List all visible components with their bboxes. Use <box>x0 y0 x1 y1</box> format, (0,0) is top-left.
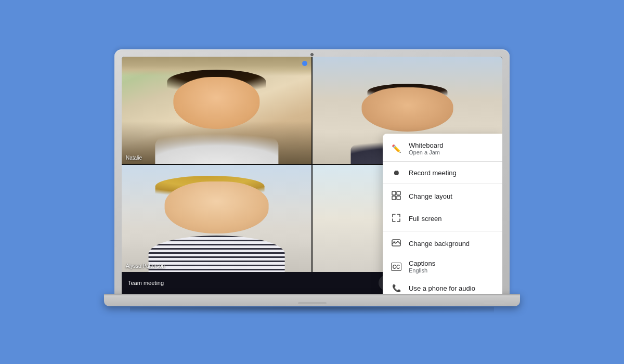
menu-item-record[interactable]: ⏺ Record meeting <box>383 163 502 183</box>
laptop-wrapper: Natalie Maria <box>104 49 520 315</box>
menu-label-fullscreen: Full screen <box>409 215 442 223</box>
menu-item-layout[interactable]: Change layout <box>383 185 502 207</box>
page-wrapper: Natalie Maria <box>0 0 624 364</box>
fullscreen-icon <box>391 213 401 224</box>
menu-divider-1 <box>383 161 502 162</box>
active-speaker-indicator <box>302 61 307 66</box>
menu-item-whiteboard[interactable]: ✏️ Whiteboard Open a Jam <box>383 137 502 160</box>
menu-label-captions: Captions <box>409 259 435 267</box>
laptop-base-top-edge <box>104 294 520 295</box>
laptop-camera <box>310 53 314 56</box>
menu-item-phone[interactable]: 📞 Use a phone for audio <box>383 278 502 294</box>
menu-label-record: Record meeting <box>409 169 457 177</box>
menu-divider-3 <box>383 231 502 231</box>
menu-text-whiteboard: Whiteboard Open a Jam <box>409 141 443 155</box>
svg-rect-0 <box>392 191 396 195</box>
laptop-base <box>104 294 520 306</box>
menu-text-captions: Captions English <box>409 259 435 274</box>
menu-label-background: Change background <box>409 240 470 248</box>
record-icon: ⏺ <box>391 168 401 177</box>
svg-rect-3 <box>397 196 400 200</box>
menu-divider-2 <box>383 184 502 184</box>
meeting-name-label: Team meeting <box>128 280 374 286</box>
svg-rect-1 <box>397 191 400 195</box>
video-cell-1: Natalie <box>122 57 311 164</box>
laptop-shadow <box>130 307 494 315</box>
participant-name-1: Natalie <box>126 155 142 161</box>
trackpad-notch <box>298 302 327 304</box>
phone-icon: 📞 <box>391 284 401 292</box>
laptop-screen-bezel: Natalie Maria <box>122 57 502 294</box>
context-menu: ✏️ Whiteboard Open a Jam ⏺ Record meetin… <box>383 134 502 294</box>
menu-item-background[interactable]: Change background <box>383 232 502 255</box>
video-cell-3: Alyssa Patterson <box>122 165 311 272</box>
svg-rect-2 <box>392 196 396 200</box>
captions-icon: CC <box>391 263 401 271</box>
layout-icon <box>391 191 401 202</box>
participant-name-3: Alyssa Patterson <box>126 263 165 269</box>
whiteboard-icon: ✏️ <box>391 144 401 153</box>
laptop-lid: Natalie Maria <box>114 49 510 294</box>
menu-sublabel-captions: English <box>409 267 435 274</box>
menu-label-layout: Change layout <box>409 192 452 200</box>
right-button-area <box>484 301 504 304</box>
background-icon <box>391 238 401 249</box>
menu-item-fullscreen[interactable]: Full screen <box>383 207 502 230</box>
menu-sublabel-whiteboard: Open a Jam <box>409 149 443 155</box>
menu-label-phone: Use a phone for audio <box>409 284 475 292</box>
menu-item-captions[interactable]: CC Captions English <box>383 255 502 278</box>
menu-label-whiteboard: Whiteboard <box>409 141 443 149</box>
